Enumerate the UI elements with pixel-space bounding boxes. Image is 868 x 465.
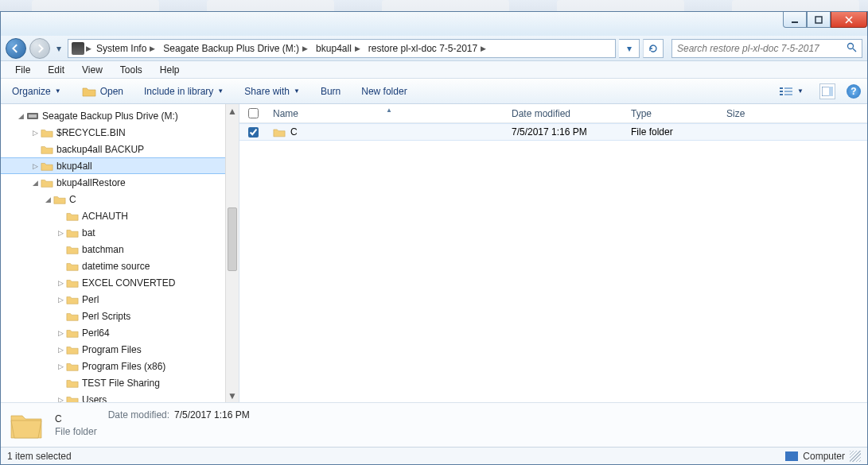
svg-rect-11: [829, 87, 833, 96]
tree-node[interactable]: ▷bat: [1, 224, 239, 241]
crumb[interactable]: System Info▶: [93, 40, 158, 57]
status-location: Computer: [803, 451, 845, 462]
scroll-thumb[interactable]: [228, 207, 237, 271]
breadcrumb-dropdown[interactable]: ▾: [619, 39, 640, 58]
tree-node[interactable]: ▷Perl64: [1, 324, 239, 341]
forward-button[interactable]: [29, 38, 50, 59]
tree-node[interactable]: ▷Users: [1, 391, 239, 402]
organize-button[interactable]: Organize▼: [7, 83, 66, 99]
menu-tools[interactable]: Tools: [114, 63, 149, 77]
folder-icon: [9, 409, 44, 441]
expand-icon[interactable]: ▷: [55, 396, 66, 403]
search-box[interactable]: [671, 39, 862, 58]
expand-icon[interactable]: ▷: [55, 229, 66, 237]
details-modified-label: Date modified:: [108, 409, 169, 420]
tree-node[interactable]: ◢C: [1, 191, 239, 207]
column-name[interactable]: ▲Name: [267, 108, 505, 119]
collapse-icon[interactable]: ◢: [29, 179, 41, 187]
column-date[interactable]: Date modified: [505, 108, 625, 119]
search-input[interactable]: [677, 43, 847, 54]
list-item[interactable]: C 7/5/2017 1:16 PM File folder: [239, 123, 867, 141]
menu-bar: File Edit View Tools Help: [1, 61, 867, 79]
expand-icon[interactable]: ▷: [55, 362, 66, 370]
column-checkbox[interactable]: [239, 108, 267, 118]
crumb[interactable]: restore pl-xl-doc 7-5-2017▶: [365, 40, 489, 57]
expand-icon[interactable]: ▷: [29, 162, 41, 170]
scroll-down-icon[interactable]: ▼: [226, 389, 239, 402]
tree-node[interactable]: batchman: [1, 241, 239, 258]
svg-line-3: [853, 48, 856, 52]
minimize-button[interactable]: [783, 12, 807, 28]
tree-node-drive[interactable]: ◢ Seagate Backup Plus Drive (M:): [1, 107, 239, 124]
help-button[interactable]: ?: [847, 84, 861, 99]
expand-icon[interactable]: ▷: [55, 329, 66, 337]
background-browser-tabs: [0, 0, 868, 11]
include-in-library-button[interactable]: Include in library▼: [139, 83, 228, 99]
tree-node[interactable]: ▷EXCEL CONVERTED: [1, 274, 239, 291]
row-type: File folder: [625, 126, 720, 138]
status-selection: 1 item selected: [7, 451, 72, 462]
svg-rect-6: [780, 94, 783, 95]
scroll-up-icon[interactable]: ▲: [226, 104, 239, 118]
tree-node[interactable]: ▷Program Files (x86): [1, 358, 239, 374]
drive-icon: [72, 42, 84, 55]
svg-rect-0: [792, 21, 798, 23]
tree-node-selected[interactable]: ▷bkup4all: [1, 157, 239, 174]
computer-icon: [785, 451, 798, 461]
menu-file[interactable]: File: [9, 63, 37, 77]
details-pane: C File folder Date modified: 7/5/2017 1:…: [1, 402, 867, 447]
view-options-button[interactable]: ▼: [774, 83, 808, 99]
sort-asc-icon: ▲: [386, 107, 392, 114]
tree-node[interactable]: Perl Scripts: [1, 308, 239, 324]
folder-icon: [273, 127, 286, 138]
close-button[interactable]: [831, 12, 867, 28]
maximize-button[interactable]: [807, 12, 831, 28]
row-name: C: [290, 126, 298, 138]
tree-scrollbar[interactable]: ▲ ▼: [225, 104, 239, 402]
column-size[interactable]: Size: [720, 108, 784, 119]
breadcrumb-bar[interactable]: ▶ System Info▶ Seagate Backup Plus Drive…: [68, 39, 616, 58]
svg-rect-8: [784, 91, 792, 92]
share-with-button[interactable]: Share with▼: [239, 83, 305, 99]
new-folder-button[interactable]: New folder: [356, 83, 411, 99]
collapse-icon[interactable]: ◢: [42, 196, 53, 203]
crumb[interactable]: bkup4all▶: [313, 40, 364, 57]
command-bar: Organize▼ Open Include in library▼ Share…: [1, 79, 867, 104]
search-icon: [847, 42, 857, 55]
status-bar: 1 item selected Computer: [1, 447, 867, 464]
tree-node[interactable]: ▷Perl: [1, 291, 239, 308]
menu-view[interactable]: View: [76, 63, 109, 77]
resize-grip[interactable]: [850, 451, 861, 462]
refresh-button[interactable]: [643, 39, 664, 58]
tree-node[interactable]: TEST File Sharing: [1, 374, 239, 391]
tree-node[interactable]: backup4all BACKUP: [1, 141, 239, 157]
svg-rect-13: [29, 114, 37, 118]
details-modified-value: 7/5/2017 1:16 PM: [174, 409, 250, 420]
column-type[interactable]: Type: [625, 108, 720, 119]
burn-button[interactable]: Burn: [316, 83, 345, 99]
tree-node[interactable]: ◢bkup4allRestore: [1, 174, 239, 191]
tree-node[interactable]: ▷$RECYCLE.BIN: [1, 124, 239, 141]
expand-icon[interactable]: ▷: [55, 279, 66, 287]
nav-history-dropdown[interactable]: ▾: [53, 38, 64, 59]
expand-icon[interactable]: ▷: [55, 346, 66, 354]
collapse-icon[interactable]: ◢: [15, 112, 26, 120]
back-button[interactable]: [6, 38, 26, 59]
crumb[interactable]: Seagate Backup Plus Drive (M:)▶: [160, 40, 311, 57]
menu-edit[interactable]: Edit: [41, 63, 71, 77]
tree-node[interactable]: ACHAUTH: [1, 207, 239, 224]
window-titlebar: [1, 12, 867, 36]
explorer-window: ▾ ▶ System Info▶ Seagate Backup Plus Dri…: [0, 11, 868, 465]
tree-node[interactable]: ▷Program Files: [1, 341, 239, 358]
expand-icon[interactable]: ▷: [29, 129, 41, 137]
row-checkbox[interactable]: [248, 127, 259, 138]
preview-pane-button[interactable]: [819, 83, 835, 99]
file-list-pane: ▲Name Date modified Type Size C 7/5/2017…: [239, 104, 867, 402]
svg-point-2: [848, 43, 854, 48]
expand-icon[interactable]: ▷: [55, 296, 66, 304]
menu-help[interactable]: Help: [154, 63, 186, 77]
row-date: 7/5/2017 1:16 PM: [505, 126, 625, 138]
details-type: File folder: [55, 426, 97, 437]
open-button[interactable]: Open: [77, 83, 128, 99]
tree-node[interactable]: datetime source: [1, 258, 239, 274]
